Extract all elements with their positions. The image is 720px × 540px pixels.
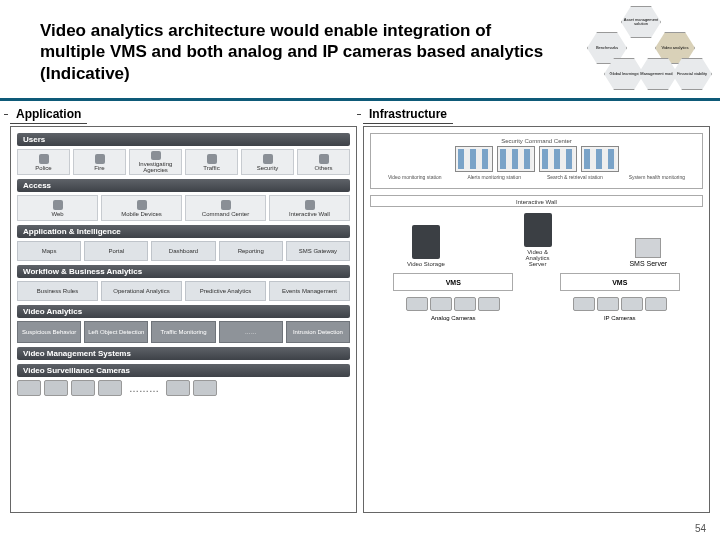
camera-icon [71,380,95,396]
analytics-server-icon [524,213,552,247]
app-maps: Maps [17,241,81,261]
p4: System health monitoring [629,174,685,180]
application-title: Application [10,105,87,124]
content-panels: Application Users Police Fire Investigat… [10,105,710,513]
server-row: Video Storage Video & Analytics Server S… [370,213,703,267]
infrastructure-body: Security Command Center Video monitoring… [363,126,710,513]
app-dashboard: Dashboard [151,241,215,261]
p3: Search & retrieval station [547,174,603,180]
ip-camera-label: IP Cameras [560,315,680,321]
va-traffic: Traffic Monitoring [151,321,215,343]
monitor-icon [497,146,535,172]
video-analytics-row: Suspicious Behavior Left Object Detectio… [17,321,350,343]
title-text: Video analytics architecture would enabl… [40,20,560,84]
p1: Video monitoring station [388,174,442,180]
access-web: Web [17,195,98,221]
camera-ellipsis: ……… [125,383,163,394]
ip-camera-icon [597,297,619,311]
command-center-icon [221,200,231,210]
infrastructure-panel: Infrastructure Security Command Center V… [363,105,710,513]
vms-box-left: VMS [393,273,513,291]
access-row: Web Mobile Devices Command Center Intera… [17,195,350,221]
app-reporting: Reporting [219,241,283,261]
user-traffic: Traffic [185,149,238,175]
scc-label: Security Command Center [375,138,698,144]
sms-server: SMS Server [629,238,667,267]
app-sms: SMS Gateway [286,241,350,261]
wf-rules: Business Rules [17,281,98,301]
camera-icon [193,380,217,396]
camera-groups: Analog Cameras IP Cameras [370,297,703,321]
scc-station-labels: Video monitoring station Alerts monitori… [375,174,698,180]
mobile-icon [137,200,147,210]
wf-predictive: Predictive Analytics [185,281,266,301]
wf-events: Events Management [269,281,350,301]
workflow-bar: Workflow & Business Analytics [17,265,350,278]
users-bar: Users [17,133,350,146]
access-wall: Interactive Wall [269,195,350,221]
p2: Alerts monitoring station [467,174,521,180]
user-police: Police [17,149,70,175]
app-portal: Portal [84,241,148,261]
user-investigating: Investigating Agencies [129,149,182,175]
infrastructure-title: Infrastructure [363,105,453,124]
navigation-hex-cluster: Asset management solution Benchmarks Vid… [569,4,714,99]
access-command: Command Center [185,195,266,221]
video-storage: Video Storage [406,225,446,267]
analog-camera-icon [454,297,476,311]
ip-camera-icon [621,297,643,311]
security-icon [263,154,273,164]
storage-server-icon [412,225,440,259]
va-more: …… [219,321,283,343]
police-icon [39,154,49,164]
interactive-wall-icon [305,200,315,210]
interactive-wall-box: Interactive Wall [370,195,703,207]
security-command-center: Security Command Center Video monitoring… [370,133,703,189]
video-analytics-bar: Video Analytics [17,305,350,318]
camera-icon [17,380,41,396]
va-left-object: Left Object Detection [84,321,148,343]
workflow-row: Business Rules Operational Analytics Pre… [17,281,350,301]
camera-icon [166,380,190,396]
app-intel-row: Maps Portal Dashboard Reporting SMS Gate… [17,241,350,261]
users-row: Police Fire Investigating Agencies Traff… [17,149,350,175]
app-intel-bar: Application & Intelligence [17,225,350,238]
slide-title: Video analytics architecture would enabl… [40,20,560,84]
wf-op-analytics: Operational Analytics [101,281,182,301]
application-body: Users Police Fire Investigating Agencies… [10,126,357,513]
page-number: 54 [695,523,706,534]
analog-camera-icon [430,297,452,311]
sms-server-icon [635,238,661,258]
analog-camera-icon [478,297,500,311]
user-security: Security [241,149,294,175]
hex-asset-mgmt: Asset management solution [621,6,661,38]
analog-camera-group: Analog Cameras [393,297,513,321]
va-suspicious: Suspicious Behavior [17,321,81,343]
analog-camera-label: Analog Cameras [393,315,513,321]
vms-bar: Video Management Systems [17,347,350,360]
camera-icon [98,380,122,396]
ip-camera-group: IP Cameras [560,297,680,321]
others-icon [319,154,329,164]
investigating-icon [151,151,161,160]
access-mobile: Mobile Devices [101,195,182,221]
user-others: Others [297,149,350,175]
fire-icon [95,154,105,164]
application-panel: Application Users Police Fire Investigat… [10,105,357,513]
video-analytics-server: Video & Analytics Server [518,213,558,267]
cameras-bar: Video Surveillance Cameras [17,364,350,377]
analog-camera-icon [406,297,428,311]
traffic-icon [207,154,217,164]
ip-camera-icon [645,297,667,311]
va-intrusion: Intrusion Detection [286,321,350,343]
access-bar: Access [17,179,350,192]
ip-camera-icon [573,297,595,311]
header-divider [0,98,720,101]
vms-row: VMS VMS [370,273,703,291]
user-fire: Fire [73,149,126,175]
monitor-icon [581,146,619,172]
monitor-icon [455,146,493,172]
vms-box-right: VMS [560,273,680,291]
cameras-row: ……… [17,380,350,396]
scc-screens [375,146,698,172]
